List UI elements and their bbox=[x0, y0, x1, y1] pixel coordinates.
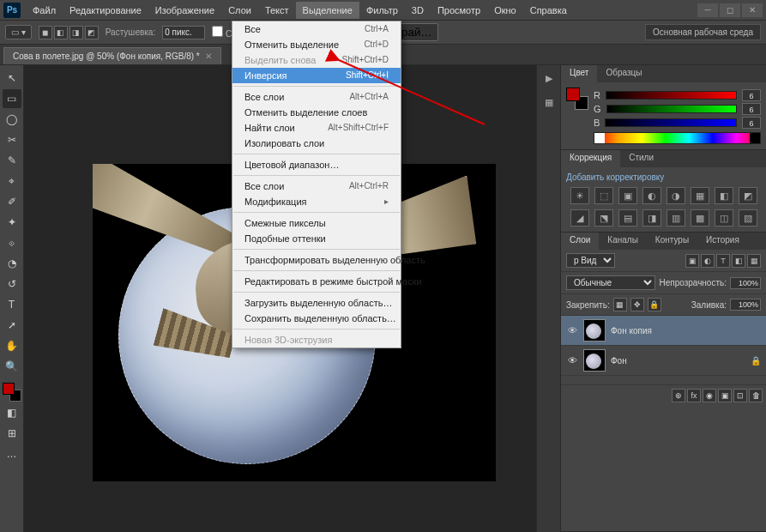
spectrum-bar[interactable] bbox=[594, 132, 761, 144]
tool-6[interactable]: ✐ bbox=[3, 192, 21, 211]
adjustment-icon[interactable]: ⬚ bbox=[594, 187, 613, 204]
adjustment-icon[interactable]: ▥ bbox=[666, 209, 685, 227]
adjustment-icon[interactable]: ◫ bbox=[715, 209, 733, 227]
menu-item[interactable]: Отменить выделениеCtrl+D bbox=[232, 37, 401, 52]
adjustment-icon[interactable]: ◑ bbox=[666, 187, 685, 204]
adjustment-icon[interactable]: ▩ bbox=[691, 209, 709, 227]
layer-action-icon[interactable]: fx bbox=[687, 389, 701, 402]
menu-item[interactable]: Изолировать слои bbox=[232, 136, 401, 151]
menu-item[interactable]: Модификация▸ bbox=[232, 194, 401, 209]
tool-13[interactable]: ✋ bbox=[3, 336, 21, 355]
tool-0[interactable]: ↖ bbox=[3, 69, 21, 88]
layer-action-icon[interactable]: ⊕ bbox=[672, 389, 685, 402]
lock-pixels-icon[interactable]: ▦ bbox=[613, 298, 627, 311]
tool-9[interactable]: ◔ bbox=[3, 254, 21, 273]
layer-action-icon[interactable]: ⊡ bbox=[733, 389, 747, 402]
menu-3d[interactable]: 3D bbox=[405, 2, 431, 19]
menu-item[interactable]: Трансформировать выделенную область bbox=[232, 252, 401, 268]
document-close-icon[interactable]: ✕ bbox=[205, 51, 212, 61]
menu-item[interactable]: Отменить выделение слоев bbox=[232, 105, 401, 120]
color-swatches[interactable] bbox=[3, 383, 21, 402]
tool-extra[interactable]: ◧ bbox=[3, 403, 21, 422]
adjustment-icon[interactable]: ▧ bbox=[739, 209, 757, 227]
add-adjustment-link[interactable]: Добавить корректировку bbox=[566, 172, 761, 182]
menu-фильтр[interactable]: Фильтр bbox=[359, 2, 405, 19]
blend-mode-select[interactable]: Обычные bbox=[566, 275, 655, 290]
b-slider[interactable] bbox=[605, 118, 737, 127]
layer-filter-icon[interactable]: ▦ bbox=[747, 254, 761, 268]
window-restore-button[interactable]: ◻ bbox=[720, 3, 740, 17]
menu-редактирование[interactable]: Редактирование bbox=[63, 2, 148, 19]
menu-файл[interactable]: Файл bbox=[26, 2, 63, 19]
menu-item[interactable]: Сохранить выделенную область… bbox=[232, 311, 401, 326]
layer-action-icon[interactable]: 🗑 bbox=[749, 389, 763, 402]
layer-row[interactable]: 👁Фон🔒 bbox=[561, 346, 766, 376]
tool-2[interactable]: ◯ bbox=[3, 110, 21, 129]
menu-item[interactable]: Смежные пикселы bbox=[232, 215, 401, 231]
menu-item[interactable]: Все слоиAlt+Ctrl+A bbox=[232, 89, 401, 105]
adjustment-icon[interactable]: ⬔ bbox=[594, 209, 613, 227]
window-close-button[interactable]: ✕ bbox=[742, 3, 763, 17]
layer-filter-icon[interactable]: T bbox=[716, 254, 730, 268]
layer-filter-select[interactable]: p Вид bbox=[566, 253, 615, 268]
adjustment-icon[interactable]: ◧ bbox=[715, 187, 733, 204]
menu-просмотр[interactable]: Просмотр bbox=[431, 2, 487, 19]
tab-adjustments[interactable]: Коррекция bbox=[561, 150, 620, 167]
menu-item[interactable]: ИнверсияShift+Ctrl+I bbox=[232, 68, 401, 83]
tab-history[interactable]: История bbox=[697, 233, 748, 250]
opacity-input[interactable] bbox=[730, 277, 761, 289]
adjustment-icon[interactable]: ◢ bbox=[570, 209, 589, 227]
lock-position-icon[interactable]: ✥ bbox=[630, 298, 644, 311]
tool-4[interactable]: ✎ bbox=[3, 151, 21, 170]
tab-layers[interactable]: Слои bbox=[561, 233, 599, 250]
menu-item[interactable]: ВсеCtrl+A bbox=[232, 21, 401, 37]
tool-3[interactable]: ✂ bbox=[3, 130, 21, 149]
layer-filter-icon[interactable]: ◧ bbox=[732, 254, 745, 268]
adjustment-icon[interactable]: ▣ bbox=[618, 187, 637, 204]
menu-выделение[interactable]: Выделение bbox=[296, 2, 359, 19]
strip-grid-icon[interactable]: ▦ bbox=[541, 94, 557, 110]
layer-action-icon[interactable]: ◉ bbox=[703, 389, 716, 402]
menu-item[interactable]: Цветовой диапазон… bbox=[232, 157, 401, 172]
strip-play-icon[interactable]: ▶ bbox=[541, 70, 557, 86]
g-value[interactable]: 6 bbox=[742, 103, 761, 115]
menu-справка[interactable]: Справка bbox=[523, 2, 574, 19]
menu-item[interactable]: Все слоиAlt+Ctrl+R bbox=[232, 178, 401, 194]
menu-окно[interactable]: Окно bbox=[487, 2, 523, 19]
tool-10[interactable]: ↺ bbox=[3, 275, 21, 293]
tool-extra[interactable]: … bbox=[3, 444, 21, 463]
adjustment-icon[interactable]: ◐ bbox=[642, 187, 661, 204]
layer-filter-icon[interactable]: ▣ bbox=[685, 254, 699, 268]
fill-input[interactable] bbox=[730, 299, 761, 311]
adjustment-icon[interactable]: ▤ bbox=[618, 209, 637, 227]
menu-item[interactable]: Найти слоиAlt+Shift+Ctrl+F bbox=[232, 120, 401, 136]
tab-paths[interactable]: Контуры bbox=[647, 233, 697, 250]
tool-12[interactable]: ➚ bbox=[3, 316, 21, 335]
tool-14[interactable]: 🔍 bbox=[3, 357, 21, 376]
layer-thumb[interactable] bbox=[583, 349, 606, 372]
feather-input[interactable] bbox=[162, 26, 205, 39]
new-selection-icons[interactable]: ◼◧◨◩ bbox=[39, 26, 99, 39]
tab-color[interactable]: Цвет bbox=[561, 65, 597, 82]
r-value[interactable]: 6 bbox=[742, 89, 761, 101]
menu-item[interactable]: Загрузить выделенную область… bbox=[232, 295, 401, 311]
menu-item[interactable]: Подобные оттенки bbox=[232, 231, 401, 246]
b-value[interactable]: 6 bbox=[742, 117, 761, 129]
menu-слои[interactable]: Слои bbox=[221, 2, 258, 19]
visibility-icon[interactable]: 👁 bbox=[566, 355, 578, 366]
lock-all-icon[interactable]: 🔒 bbox=[648, 298, 661, 311]
document-tab[interactable]: Сова в полете.jpg @ 50% (Фон копия, RGB/… bbox=[3, 47, 221, 64]
adjustment-icon[interactable]: ◨ bbox=[642, 209, 661, 227]
tool-11[interactable]: T bbox=[3, 295, 21, 314]
r-slider[interactable] bbox=[606, 91, 737, 100]
tab-styles[interactable]: Стили bbox=[620, 150, 662, 167]
tab-channels[interactable]: Каналы bbox=[599, 233, 647, 250]
adjustment-icon[interactable]: ☀ bbox=[570, 187, 589, 204]
tool-5[interactable]: ⌖ bbox=[3, 172, 21, 190]
g-slider[interactable] bbox=[606, 105, 737, 113]
tool-preset-chip[interactable]: ▭ ▾ bbox=[5, 25, 32, 39]
tool-7[interactable]: ✦ bbox=[3, 213, 21, 232]
window-minimize-button[interactable]: ─ bbox=[697, 3, 718, 17]
adjustment-icon[interactable]: ◩ bbox=[739, 187, 757, 204]
tool-extra[interactable]: ⊞ bbox=[3, 424, 21, 443]
